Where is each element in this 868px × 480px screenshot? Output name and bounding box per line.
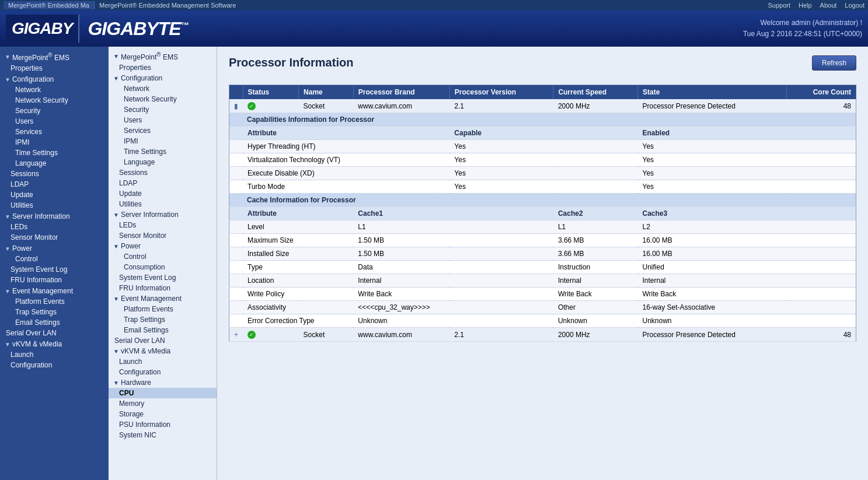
sidebar2-item-services[interactable]: Services	[109, 125, 217, 136]
brand-cell-2: www.cavium.com	[353, 328, 449, 342]
sidebar-item-event-management[interactable]: ▼ Event Management	[0, 285, 109, 296]
sidebar-item-platform-events[interactable]: Platform Events	[0, 296, 109, 307]
sidebar2-item-language[interactable]: Language	[109, 157, 217, 167]
logo-left: GIGABY	[6, 15, 79, 43]
sidebar2-item-leds[interactable]: LEDs	[109, 220, 217, 230]
sidebar-item-language[interactable]: Language	[0, 158, 109, 169]
cap-attr-1: Hyper Threading (HT)	[243, 140, 449, 153]
sidebar2-item-security[interactable]: Security	[109, 104, 217, 115]
sidebar2-item-cpu[interactable]: CPU	[109, 388, 217, 398]
sidebar-item-network-security[interactable]: Network Security	[0, 95, 109, 106]
sidebar2-item-update[interactable]: Update	[109, 188, 217, 199]
sidebar-item-fru-information[interactable]: FRU Information	[0, 275, 109, 285]
name-cell-1: Socket	[299, 99, 354, 113]
sidebar-item-users[interactable]: Users	[0, 116, 109, 127]
sidebar-item-leds[interactable]: LEDs	[0, 222, 109, 232]
sidebar2-item-system-nic[interactable]: System NIC	[109, 430, 217, 440]
sidebar-item-trap-settings[interactable]: Trap Settings	[0, 307, 109, 317]
refresh-button[interactable]: Refresh	[812, 55, 856, 71]
expand-toggle-2[interactable]: +	[229, 328, 243, 342]
help-link[interactable]: Help	[799, 2, 812, 9]
sidebar-item-serial-over-lan[interactable]: Serial Over LAN	[0, 328, 109, 338]
sidebar-item-sessions[interactable]: Sessions	[0, 169, 109, 179]
cache-c3-header: Cache3	[638, 207, 856, 220]
about-link[interactable]: About	[820, 2, 837, 9]
sidebar2-item-storage[interactable]: Storage	[109, 409, 217, 419]
tab2[interactable]: MergePoint® Embedded Management Software	[95, 1, 240, 9]
sidebar-item-mergepoint-ems[interactable]: ▼ MergePoint® EMS	[0, 50, 109, 63]
sidebar-item-configuration2[interactable]: Configuration	[0, 360, 109, 370]
cap-enabled-3: Yes	[638, 167, 856, 180]
sidebar2-item-consumption[interactable]: Consumption	[109, 262, 217, 272]
sidebar-item-time-settings[interactable]: Time Settings	[0, 148, 109, 158]
processor-table: Status Name Processor Brand Processor Ve…	[229, 85, 856, 342]
sidebar2-item-vkvm[interactable]: ▼ vKVM & vMedia	[109, 346, 217, 356]
sidebar2-item-sensor-monitor[interactable]: Sensor Monitor	[109, 230, 217, 241]
sidebar-item-utilities[interactable]: Utilities	[0, 200, 109, 211]
sidebar-item-ipmi[interactable]: IPMI	[0, 137, 109, 148]
cores-cell-2: 48	[786, 328, 856, 342]
sidebar2-item-mergepoint-ems[interactable]: ▼ MergePoint® EMS	[109, 50, 217, 62]
sidebar2-item-launch[interactable]: Launch	[109, 356, 217, 367]
sidebar2-item-configuration[interactable]: ▼ Configuration	[109, 73, 217, 83]
sidebar-item-vkvm[interactable]: ▼ vKVM & vMedia	[0, 338, 109, 349]
sidebar2-item-properties[interactable]: Properties	[109, 62, 217, 73]
sidebar2-item-psu-information[interactable]: PSU Information	[109, 419, 217, 430]
cache-header-row: Cache Information for Processor	[229, 194, 856, 207]
sidebar-item-update[interactable]: Update	[0, 190, 109, 200]
tab1[interactable]: MergePoint® Embedded Ma	[4, 1, 95, 9]
capabilities-header-row: Capabilities Information for Processor	[229, 113, 856, 127]
sidebar2-item-fru-information[interactable]: FRU Information	[109, 283, 217, 293]
sidebar2-item-email-settings[interactable]: Email Settings	[109, 325, 217, 335]
sidebar-item-properties[interactable]: Properties	[0, 63, 109, 73]
sidebar2-item-hardware[interactable]: ▼ Hardware	[109, 377, 217, 388]
sidebar2-item-memory[interactable]: Memory	[109, 398, 217, 409]
sidebar2-item-trap-settings[interactable]: Trap Settings	[109, 314, 217, 325]
page-title: Processor Information	[229, 56, 856, 69]
sidebar-item-security[interactable]: Security	[0, 106, 109, 116]
expand-icon: ▼	[5, 246, 11, 252]
expand-toggle-1[interactable]: ▮	[229, 99, 243, 113]
logout-link[interactable]: Logout	[845, 2, 864, 9]
cache-c3-5: Internal	[638, 274, 856, 288]
table-row: Associativity <<<<cpu_32_way>>>> Other 1…	[229, 301, 856, 314]
sidebar2-item-event-management[interactable]: ▼ Event Management	[109, 293, 217, 304]
sidebar-item-sensor-monitor[interactable]: Sensor Monitor	[0, 232, 109, 243]
sidebar-item-services[interactable]: Services	[0, 127, 109, 137]
sidebar2-item-utilities[interactable]: Utilities	[109, 199, 217, 209]
sidebar2-item-network[interactable]: Network	[109, 83, 217, 94]
table-row: Error Correction Type Unknown Unknown Un…	[229, 314, 856, 328]
sidebar2-item-ipmi[interactable]: IPMI	[109, 136, 217, 146]
sidebar-item-server-information[interactable]: ▼ Server Information	[0, 211, 109, 222]
col-brand: Processor Brand	[353, 85, 449, 100]
status-cell-2: ✓	[243, 328, 299, 342]
expand-icon: ▼	[113, 243, 119, 250]
cap-attr-2: Virtualization Technology (VT)	[243, 153, 449, 167]
sidebar-item-power[interactable]: ▼ Power	[0, 243, 109, 254]
sidebar-item-system-event-log[interactable]: System Event Log	[0, 264, 109, 275]
sidebar-item-ldap[interactable]: LDAP	[0, 179, 109, 190]
sidebar2-item-time-settings[interactable]: Time Settings	[109, 146, 217, 157]
sidebar-item-configuration[interactable]: ▼ Configuration	[0, 73, 109, 85]
sidebar-item-launch[interactable]: Launch	[0, 349, 109, 360]
cache-c1-7: <<<<cpu_32_way>>>>	[353, 301, 553, 314]
sidebar2-item-users[interactable]: Users	[109, 115, 217, 125]
sidebar-item-network[interactable]: Network	[0, 85, 109, 95]
support-link[interactable]: Support	[768, 2, 790, 9]
sidebar2-item-network-security[interactable]: Network Security	[109, 94, 217, 104]
sidebar2-item-configuration2[interactable]: Configuration	[109, 367, 217, 377]
cache-c2-8: Unknown	[553, 314, 638, 328]
sidebar-item-email-settings[interactable]: Email Settings	[0, 317, 109, 328]
sidebar2-item-power[interactable]: ▼ Power	[109, 241, 217, 251]
sidebar2-item-serial-over-lan[interactable]: Serial Over LAN	[109, 335, 217, 346]
expand-icon: ▼	[113, 75, 119, 82]
cache-c3-8: Unknown	[638, 314, 856, 328]
sidebar2-item-sessions[interactable]: Sessions	[109, 167, 217, 178]
sidebar2-item-ldap[interactable]: LDAP	[109, 178, 217, 188]
col-status: Status	[243, 85, 299, 100]
sidebar2-item-platform-events[interactable]: Platform Events	[109, 304, 217, 314]
sidebar2-item-control[interactable]: Control	[109, 251, 217, 262]
sidebar2-item-server-information[interactable]: ▼ Server Information	[109, 209, 217, 220]
sidebar2-item-system-event-log[interactable]: System Event Log	[109, 272, 217, 283]
sidebar-item-control[interactable]: Control	[0, 254, 109, 264]
